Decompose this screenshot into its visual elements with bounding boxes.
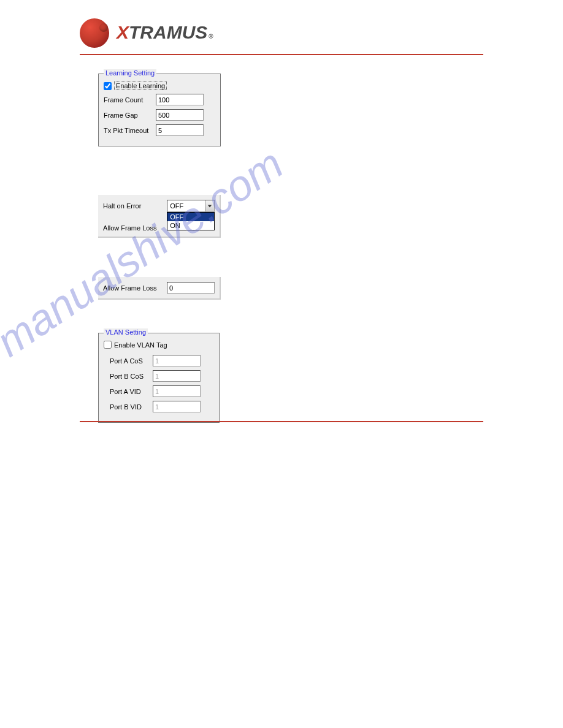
port-a-vid-label: Port A VID (110, 388, 153, 395)
halt-option-on[interactable]: ON (167, 221, 214, 230)
tx-timeout-input[interactable] (156, 124, 204, 136)
port-b-vid-input[interactable] (153, 401, 201, 412)
footer-rule (80, 421, 483, 422)
allow-frame-loss-block: Allow Frame Loss (98, 277, 221, 300)
frame-count-input[interactable] (156, 94, 204, 105)
enable-vlan-label: Enable VLAN Tag (114, 341, 167, 349)
halt-selected-value: OFF (170, 202, 183, 210)
frame-gap-input[interactable] (156, 109, 204, 121)
halt-on-error-block: Halt on Error OFF OFF ON Allow Frame Los… (98, 195, 221, 238)
halt-option-off[interactable]: OFF (167, 213, 214, 221)
enable-learning-label: Enable Learning (114, 82, 167, 90)
port-b-vid-label: Port B VID (110, 403, 153, 411)
halt-select-list: OFF ON (167, 212, 215, 230)
vlan-setting-title: VLAN Setting (104, 328, 148, 336)
chevron-down-icon (205, 200, 214, 211)
header-rule (80, 54, 483, 55)
brand-x: X (117, 22, 129, 42)
logo-ball-icon (80, 18, 109, 48)
frame-count-label: Frame Count (104, 96, 156, 104)
brand-wordmark: XTRAMUS® (117, 22, 213, 43)
tx-timeout-label: Tx Pkt Timeout (104, 127, 156, 134)
enable-learning-checkbox[interactable] (104, 82, 112, 90)
port-a-cos-label: Port A CoS (110, 357, 153, 365)
brand-header: XTRAMUS® (80, 18, 483, 49)
halt-on-error-select[interactable]: OFF OFF ON (167, 200, 215, 212)
port-b-cos-label: Port B CoS (110, 373, 153, 380)
allow-frame-loss-input[interactable] (167, 282, 215, 294)
brand-rest: TRAMUS (129, 22, 207, 42)
vlan-setting-group: VLAN Setting Enable VLAN Tag Port A CoS … (98, 333, 220, 423)
port-a-cos-input[interactable] (153, 355, 201, 366)
svg-marker-0 (208, 205, 212, 207)
halt-on-error-label: Halt on Error (103, 202, 167, 210)
learning-setting-group: Learning Setting Enable Learning Frame C… (98, 74, 221, 146)
frame-gap-label: Frame Gap (104, 112, 156, 119)
allow-frame-loss-label-1: Allow Frame Loss (103, 224, 156, 232)
allow-frame-loss-label-2: Allow Frame Loss (103, 284, 167, 292)
port-a-vid-input[interactable] (153, 385, 201, 397)
port-b-cos-input[interactable] (153, 370, 201, 382)
learning-setting-title: Learning Setting (104, 69, 156, 77)
halt-select-button[interactable]: OFF (167, 200, 215, 212)
brand-reg: ® (209, 33, 213, 40)
enable-vlan-checkbox[interactable] (104, 341, 112, 349)
